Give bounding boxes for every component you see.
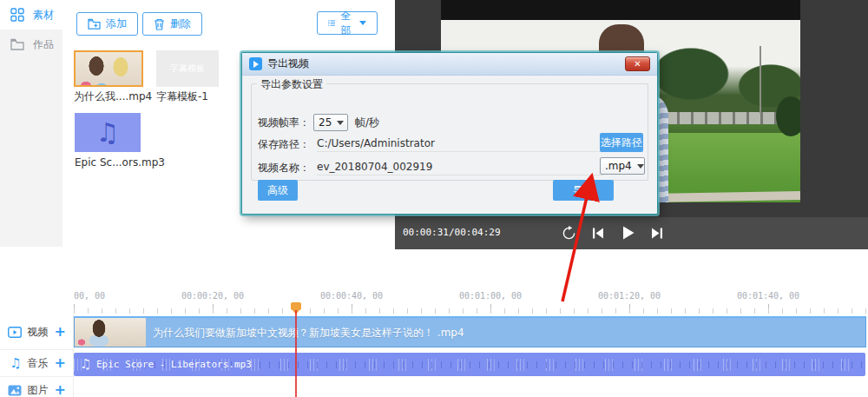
playhead-line xyxy=(295,310,297,397)
format-value: .mp4 xyxy=(605,160,632,172)
add-button-label: 添加 xyxy=(106,17,127,31)
ruler-minor-ticks xyxy=(74,308,866,314)
export-dialog: 导出视频 ✕ 导出参数设置 视频帧率： 25 帧/秒 保存路径： C:/User… xyxy=(241,52,658,215)
list-icon xyxy=(328,18,335,28)
format-select[interactable]: .mp4 xyxy=(600,157,645,175)
video-track-icon xyxy=(8,327,22,338)
chevron-down-icon xyxy=(337,121,344,125)
play-icon[interactable] xyxy=(619,224,636,242)
template-watermark: 字幕模板 xyxy=(170,63,205,75)
timeline-toolbar: 对齐 ↶ ↷ ✂ 分割 配音 ✎ 编辑 T 字幕 xyxy=(0,249,868,288)
picture-track-icon xyxy=(8,385,22,396)
video-track-label: 视频 + xyxy=(0,314,74,350)
filter-dropdown[interactable]: 全部 xyxy=(317,11,378,35)
next-frame-icon[interactable] xyxy=(648,224,666,242)
music-track-label: ♫ 音乐 + xyxy=(0,350,74,377)
delete-button[interactable]: 删除 xyxy=(142,12,202,36)
sidebar-item-label: 作品 xyxy=(33,37,54,52)
video-name-label: 视频名称： xyxy=(258,161,310,175)
frame-rate-label: 视频帧率： xyxy=(258,116,310,130)
bush xyxy=(776,96,800,136)
video-clip[interactable]: 为什么我们要做新加坡中文视频？新加坡美女是这样子说的！ .mp4 xyxy=(74,316,866,347)
groupbox-title: 导出参数设置 xyxy=(257,77,326,92)
player-controls-bar: 00:00:31/00:04:29 xyxy=(395,217,868,249)
add-button[interactable]: 添加 xyxy=(76,12,138,36)
app-play-icon xyxy=(249,57,262,70)
ruler-label: 00:00:40, 00 xyxy=(320,291,383,301)
chevron-down-icon xyxy=(359,21,366,25)
frame-rate-row: 视频帧率： 25 帧/秒 xyxy=(249,114,379,131)
timeline-ruler[interactable]: 00, 00 00:00:20, 00 00:00:40, 00 00:01:0… xyxy=(0,288,868,314)
sidebar-item-materials[interactable]: 素材 xyxy=(0,0,62,30)
music-clip-title: Epic Score - Liberators.mp3 xyxy=(96,359,252,370)
music-note-icon: ♫ xyxy=(80,356,91,372)
trash-icon xyxy=(154,18,165,30)
left-nav: 素材 作品 xyxy=(0,0,62,252)
media-item-label: 字幕模板-1 xyxy=(156,89,208,104)
chevron-down-icon xyxy=(637,164,644,169)
export-button[interactable]: 导出 xyxy=(553,180,614,201)
choose-path-button[interactable]: 选择路径 xyxy=(600,133,643,152)
save-path-row: 保存路径： C:/Users/Administrator xyxy=(249,137,603,152)
advanced-button[interactable]: 高级 xyxy=(258,180,298,201)
picture-track-label: 图片 + xyxy=(0,377,74,397)
track-label-column: 视频 + ♫ 音乐 + 图片 + xyxy=(0,314,74,397)
video-name-field[interactable]: ev_20180704_002919 xyxy=(317,161,603,175)
dialog-titlebar[interactable]: 导出视频 ✕ xyxy=(242,53,657,76)
delete-button-label: 删除 xyxy=(170,17,191,31)
frame-rate-unit: 帧/秒 xyxy=(355,116,379,130)
music-clip[interactable]: ♫ Epic Score - Liberators.mp3 xyxy=(74,353,865,376)
frame-rate-value: 25 xyxy=(319,116,332,129)
media-item-label: 为什么我....mp4 xyxy=(74,89,152,104)
loop-playback-icon[interactable] xyxy=(560,224,577,242)
frame-rate-select[interactable]: 25 xyxy=(313,114,348,131)
lamp-pole xyxy=(760,46,761,114)
ruler-label: 00, 00 xyxy=(74,291,105,301)
folder-plus-icon xyxy=(88,18,101,30)
sidebar-item-label: 素材 xyxy=(33,8,54,23)
video-editor-app: 素材 作品 添加 删除 xyxy=(0,0,868,397)
player-timestamp: 00:00:31/00:04:29 xyxy=(403,227,501,238)
add-music-button[interactable]: + xyxy=(55,356,66,370)
media-item-subtitle-template-thumbnail[interactable]: 字幕模板 xyxy=(156,50,219,87)
previous-frame-icon[interactable] xyxy=(589,224,607,242)
video-clip-title: 为什么我们要做新加坡中文视频？新加坡美女是这样子说的！ .mp4 xyxy=(153,326,464,341)
media-item-video-thumbnail[interactable] xyxy=(74,50,143,87)
add-picture-button[interactable]: + xyxy=(55,383,66,397)
folder-icon xyxy=(10,38,24,50)
media-item-music-thumbnail[interactable]: ♫ xyxy=(75,113,141,152)
music-note-icon: ♫ xyxy=(96,120,120,146)
video-clip-thumbnail xyxy=(75,318,146,347)
ruler-label: 00:01:00, 00 xyxy=(459,291,522,301)
music-track-icon: ♫ xyxy=(10,357,21,370)
add-video-button[interactable]: + xyxy=(55,325,66,339)
transport-controls xyxy=(560,224,666,242)
sidebar-item-works[interactable]: 作品 xyxy=(0,30,62,59)
ruler-label: 00:01:40, 00 xyxy=(737,291,799,301)
dialog-title: 导出视频 xyxy=(267,56,309,71)
save-path-label: 保存路径： xyxy=(258,137,310,152)
left-nav-panel: 作品 xyxy=(0,30,62,247)
filter-label: 全部 xyxy=(340,9,354,38)
letterbox-bar xyxy=(441,0,800,20)
playhead-handle[interactable] xyxy=(291,302,301,310)
ruler-label: 00:00:20, 00 xyxy=(181,291,244,301)
ruler-label: 00:01:20, 00 xyxy=(598,291,661,301)
media-item-label: Epic Sc...ors.mp3 xyxy=(75,156,165,169)
close-icon[interactable]: ✕ xyxy=(625,56,650,71)
grid-icon xyxy=(10,8,24,22)
video-name-row: 视频名称： ev_20180704_002919 xyxy=(249,161,603,175)
save-path-field[interactable]: C:/Users/Administrator xyxy=(317,137,603,152)
